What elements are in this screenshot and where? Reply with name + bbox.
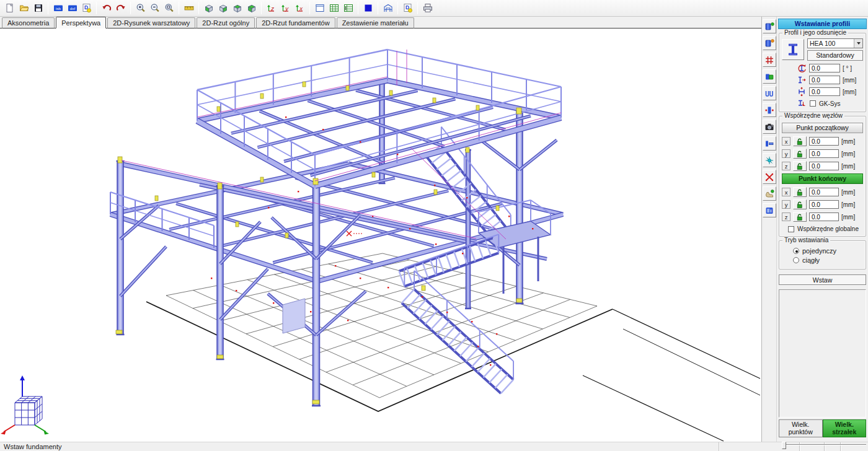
zoom-in-icon[interactable] [133, 1, 148, 15]
zoom-window-icon[interactable] [162, 1, 176, 15]
table-profiles-icon[interactable] [327, 1, 341, 15]
measure-icon[interactable] [182, 1, 196, 15]
end-x-input[interactable] [809, 188, 839, 196]
dstv-export-icon[interactable]: D [401, 1, 415, 15]
lock-start-x-button[interactable] [793, 136, 807, 146]
global-coords-checkbox[interactable] [788, 226, 794, 232]
tab-2d-rzut-ogolny[interactable]: 2D-Rzut ogólny [197, 17, 255, 28]
open-file-icon[interactable] [17, 1, 31, 15]
rotate-profile-icon [797, 63, 807, 73]
mode-group: Tryb wstawiania pojedynczy ciągły [779, 240, 866, 269]
panel-empty-area [779, 289, 866, 418]
single-mode-radio[interactable] [793, 248, 799, 254]
i-beam-icon [786, 42, 800, 57]
zoom-out-icon[interactable] [148, 1, 162, 15]
offset-z-icon [797, 87, 807, 97]
continuous-mode-radio[interactable] [793, 257, 799, 263]
toolbar-separator [309, 2, 310, 14]
start-y-input[interactable] [809, 149, 839, 158]
print-icon[interactable] [420, 1, 435, 15]
view-cube-se-icon[interactable] [216, 1, 230, 15]
connection-icon[interactable] [763, 136, 776, 151]
rotation-input[interactable] [809, 64, 840, 72]
toolbar-separator [261, 2, 262, 14]
tab-zestawienie-materialu[interactable]: Zestawienie materiału [337, 17, 414, 28]
open-padlock-icon [796, 188, 804, 196]
lock-end-x-button[interactable] [793, 187, 807, 197]
lock-start-z-button[interactable] [793, 161, 807, 171]
toolbar-separator [378, 2, 378, 14]
start-y-row: y [mm] [782, 149, 863, 159]
edit-profile-icon[interactable] [763, 36, 776, 50]
import-dxf-icon[interactable]: dxf [65, 1, 79, 15]
lock-end-y-button[interactable] [793, 199, 807, 209]
tab-2d-rzut-fundamentow[interactable]: 2D-Rzut fundamentów [256, 17, 335, 28]
save-icon[interactable] [31, 1, 45, 15]
standard-button[interactable]: Standardowy [807, 50, 863, 61]
tab-2d-rysunek-warsztatowy[interactable]: 2D-Rysunek warsztatowy [107, 17, 195, 28]
slider-handle[interactable] [782, 442, 786, 449]
steel-structure-drawing [0, 28, 761, 442]
camera-icon[interactable] [763, 120, 776, 134]
mode-group-legend: Tryb wstawiania [782, 237, 830, 243]
profile-select-dropdown-button[interactable] [854, 39, 862, 48]
lock-start-y-button[interactable] [793, 149, 807, 159]
divide-profile-icon[interactable] [763, 103, 776, 117]
insert-profile-icon[interactable] [763, 19, 776, 33]
grid-icon[interactable] [763, 53, 776, 67]
viewport-3d[interactable] [0, 28, 761, 442]
coords-group-legend: Współrzędne węzłów [782, 112, 844, 119]
start-y-unit: [mm] [841, 151, 855, 157]
tab-aksonometria[interactable]: Aksonometria [2, 17, 55, 28]
undo-icon[interactable] [99, 1, 113, 15]
import-isb-icon[interactable]: isb [51, 1, 65, 15]
svg-text:y: y [285, 5, 289, 12]
structure-frame-icon[interactable] [381, 1, 395, 15]
panel-title: Wstawianie profili [778, 19, 867, 29]
insert-button[interactable]: Wstaw [779, 274, 866, 285]
view-y-icon[interactable]: y [278, 1, 293, 15]
delete-node-icon[interactable] [763, 170, 776, 184]
toolbar-separator [397, 2, 398, 14]
offset-z-input[interactable] [809, 87, 840, 96]
arrow-size-button[interactable]: Wielk. strzałek [823, 419, 867, 437]
view-cube-nw-icon[interactable] [244, 1, 259, 15]
export-dstv-icon[interactable]: D [79, 1, 94, 15]
toolbar-separator [48, 2, 48, 14]
gk-sys-checkbox[interactable] [810, 100, 816, 107]
start-x-input[interactable] [809, 137, 839, 146]
toolbar-separator [358, 2, 358, 14]
end-y-input[interactable] [809, 200, 839, 209]
profile-group-legend: Profil i jego odsunięcie [782, 29, 848, 36]
view-cube-ne-icon[interactable] [230, 1, 244, 15]
profile-shape-button[interactable] [782, 39, 804, 60]
lock-end-z-button[interactable] [793, 212, 807, 222]
open-padlock-icon [796, 162, 804, 170]
arrow-size-slider[interactable] [782, 442, 866, 449]
side-toolbar: i [762, 17, 777, 442]
insert-foundation-icon[interactable] [763, 186, 776, 201]
offset-y-unit: [mm] [843, 77, 856, 84]
point-size-button[interactable]: Wielk. punktów [779, 419, 823, 437]
viewport-window-icon[interactable] [312, 1, 327, 15]
view-x-icon[interactable]: x [293, 1, 307, 15]
svg-text:x: x [299, 5, 303, 12]
start-z-input[interactable] [809, 162, 839, 170]
redo-icon[interactable] [113, 1, 128, 15]
multi-beam-icon[interactable] [763, 86, 776, 100]
open-padlock-icon [796, 150, 804, 158]
new-file-icon[interactable] [2, 1, 17, 15]
table-materials-icon[interactable] [341, 1, 355, 15]
copy-profile-icon[interactable] [763, 69, 776, 84]
offset-y-input[interactable] [809, 76, 840, 84]
color-fill-icon[interactable] [361, 1, 375, 15]
tab-perspektywa[interactable]: Perspektywa [56, 17, 106, 28]
end-z-input[interactable] [809, 212, 839, 221]
node-icon[interactable] [763, 153, 776, 167]
info-icon[interactable]: i [763, 203, 776, 217]
profile-select[interactable]: HEA 100 [807, 38, 863, 48]
axis-y-label: y [782, 200, 790, 209]
view-cube-sw-icon[interactable] [202, 1, 216, 15]
coords-group: Współrzędne węzłów Punkt początkowy x [m… [779, 116, 866, 237]
view-z-icon[interactable]: z [264, 1, 278, 15]
